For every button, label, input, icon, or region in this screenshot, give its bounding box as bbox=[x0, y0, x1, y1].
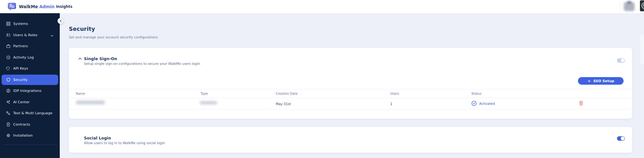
table-row-divider bbox=[69, 109, 632, 110]
social-login-card: Social Login Allow users to log in to Wa… bbox=[69, 127, 632, 153]
document-icon bbox=[6, 122, 10, 127]
sidebar-item-label: Security bbox=[13, 78, 28, 82]
chevron-down-icon bbox=[51, 32, 53, 38]
sso-setup-button-label: SSO Setup bbox=[593, 79, 614, 83]
translate-icon bbox=[6, 111, 10, 116]
table-top-border bbox=[69, 89, 632, 89]
topbar-divider bbox=[620, 2, 620, 11]
cell-status: Activated bbox=[471, 101, 495, 106]
sidebar-item-label: Installation bbox=[13, 133, 33, 138]
status-badge: Activated bbox=[479, 102, 495, 105]
social-login-subtitle: Allow users to log in to WalkMe using so… bbox=[84, 141, 165, 145]
walkme-admin-brand[interactable]: WalkMe Admin bbox=[8, 0, 54, 13]
social-login-title: Social Login bbox=[84, 136, 111, 140]
sso-title: Single Sign-On bbox=[84, 56, 117, 61]
column-header-users: Users bbox=[390, 92, 399, 95]
sidebar-item-label: Users & Roles bbox=[13, 33, 37, 37]
sidebar-item-label: AI Center bbox=[13, 100, 30, 104]
sidebar-item-text-multi-language[interactable]: Text & Multi Language bbox=[0, 108, 60, 119]
shield-icon bbox=[6, 77, 10, 82]
trash-icon bbox=[579, 101, 584, 106]
table-header-divider bbox=[69, 98, 632, 98]
column-header-type: Type bbox=[201, 92, 208, 95]
sidebar-item-users-roles[interactable]: Users & Roles bbox=[0, 30, 60, 41]
sidebar-item-activity-log[interactable]: Activity Log bbox=[0, 52, 60, 63]
brand-product-name: WalkMe bbox=[19, 4, 38, 9]
briefcase-icon bbox=[6, 44, 10, 48]
sidebar-divider bbox=[3, 144, 57, 145]
social-login-toggle[interactable] bbox=[617, 136, 625, 141]
sidebar-item-label: Text & Multi Language bbox=[13, 111, 53, 115]
toggle-knob bbox=[621, 59, 625, 62]
sidebar-item-idp-integrations[interactable]: IDP Integrations bbox=[0, 85, 60, 97]
column-header-status: Status bbox=[471, 92, 481, 95]
users-icon bbox=[6, 33, 10, 37]
redacted-type-blur bbox=[200, 101, 217, 104]
sidebar-item-systems[interactable]: Systems bbox=[0, 18, 60, 30]
corner-app-button[interactable]: W bbox=[640, 0, 644, 11]
column-header-name: Name bbox=[76, 92, 85, 95]
sidebar-item-label: IDP Integrations bbox=[13, 89, 42, 93]
top-bar: WalkMe Admin Insights W bbox=[0, 0, 644, 13]
delete-row-button[interactable] bbox=[579, 101, 584, 106]
person-circle-icon bbox=[6, 89, 10, 93]
clock-icon bbox=[6, 55, 10, 59]
walkme-admin-app: WalkMe Admin Insights W Systems bbox=[0, 0, 644, 158]
single-sign-on-card: Single Sign-On Setup single sign-on conf… bbox=[69, 48, 632, 119]
main-content: Security Set and manage your account sec… bbox=[60, 13, 644, 158]
sso-collapse-control[interactable] bbox=[77, 56, 82, 61]
plus-icon: + bbox=[587, 79, 591, 83]
cell-users: 1 bbox=[390, 102, 392, 106]
svg-text:API: API bbox=[7, 69, 10, 71]
user-avatar[interactable] bbox=[624, 2, 635, 11]
sidebar-nav: Systems Users & Roles Partners bbox=[0, 13, 60, 158]
page-title: Security bbox=[69, 26, 95, 32]
api-cloud-icon: API bbox=[6, 66, 10, 71]
dark-app-emblem-icon: W bbox=[641, 2, 644, 9]
walkme-bubble-logo-icon bbox=[8, 3, 16, 11]
column-header-creation-date: Creation Date bbox=[276, 92, 297, 95]
sidebar-item-label: Partners bbox=[13, 44, 28, 48]
toggle-knob bbox=[621, 137, 625, 140]
cell-creation-date: May 31st bbox=[276, 102, 291, 106]
sidebar-item-installation[interactable]: Installation bbox=[0, 130, 60, 141]
sidebar-item-label: Contracts bbox=[13, 122, 30, 127]
sso-toggle[interactable] bbox=[617, 58, 625, 63]
floating-widget-fragment[interactable] bbox=[640, 35, 644, 65]
sidebar-item-security[interactable]: Security bbox=[2, 75, 58, 85]
sidebar-item-label: Systems bbox=[13, 22, 28, 26]
sidebar-item-api-keys[interactable]: API API Keys bbox=[0, 63, 60, 74]
topnav-insights[interactable]: Insights bbox=[56, 0, 72, 13]
sparkles-icon bbox=[6, 100, 10, 104]
sso-setup-button[interactable]: + SSO Setup bbox=[578, 77, 624, 85]
brand-suffix: Admin bbox=[39, 4, 54, 9]
sidebar-item-label: Activity Log bbox=[13, 55, 34, 59]
gear-icon bbox=[6, 133, 10, 138]
chevron-up-icon bbox=[78, 58, 82, 60]
redacted-name-blur bbox=[76, 100, 105, 104]
sidebar-item-partners[interactable]: Partners bbox=[0, 41, 60, 52]
sidebar-item-label: API Keys bbox=[13, 66, 28, 71]
grid-icon bbox=[6, 22, 10, 26]
chevron-left-icon bbox=[60, 20, 62, 22]
sidebar-collapse-button[interactable] bbox=[58, 18, 64, 24]
page-subtitle: Set and manage your account security con… bbox=[69, 35, 158, 39]
check-circle-icon bbox=[471, 101, 477, 106]
sidebar-item-contracts[interactable]: Contracts bbox=[0, 119, 60, 130]
sso-subtitle: Setup single sign-on configurations to s… bbox=[84, 62, 200, 65]
sidebar-item-ai-center[interactable]: AI Center bbox=[0, 97, 60, 108]
